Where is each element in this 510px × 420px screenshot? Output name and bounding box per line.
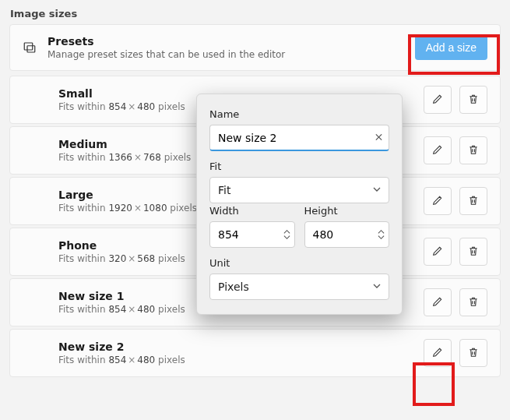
- preset-row: New size 2Fits within 854×480 pixels: [9, 329, 501, 377]
- edit-button[interactable]: [424, 86, 452, 114]
- width-label: Width: [209, 205, 295, 217]
- clear-name-icon[interactable]: [375, 132, 383, 144]
- fit-label: Fit: [209, 161, 389, 172]
- trash-icon: [467, 346, 480, 361]
- delete-button[interactable]: [459, 187, 487, 215]
- height-stepper[interactable]: [378, 230, 385, 240]
- name-label: Name: [209, 108, 389, 120]
- unit-label: Unit: [209, 257, 389, 269]
- pencil-icon: [431, 245, 444, 259]
- unit-value: Pixels: [218, 281, 249, 293]
- edit-button[interactable]: [424, 339, 452, 367]
- trash-icon: [467, 295, 480, 310]
- presets-icon: [23, 41, 37, 55]
- height-label: Height: [304, 205, 390, 217]
- svg-rect-1: [27, 46, 35, 52]
- trash-icon: [467, 245, 480, 259]
- trash-icon: [467, 194, 480, 209]
- trash-icon: [467, 93, 480, 108]
- delete-button[interactable]: [459, 288, 487, 316]
- presets-subtitle: Manage preset sizes that can be used in …: [47, 49, 404, 60]
- name-input[interactable]: [209, 125, 389, 151]
- pencil-icon: [431, 194, 444, 209]
- fit-value: Fit: [218, 184, 230, 196]
- delete-button[interactable]: [459, 339, 487, 367]
- preset-subtitle: Fits within 854×480 pixels: [58, 355, 416, 365]
- height-input[interactable]: [304, 221, 390, 248]
- svg-rect-0: [24, 43, 33, 50]
- presets-header: Presets Manage preset sizes that can be …: [9, 24, 501, 71]
- preset-name: New size 2: [58, 341, 416, 353]
- section-title: Image sizes: [10, 8, 501, 19]
- fit-select[interactable]: Fit: [209, 177, 389, 203]
- width-stepper[interactable]: [283, 230, 290, 240]
- pencil-icon: [431, 143, 444, 158]
- presets-title: Presets: [47, 35, 404, 48]
- delete-button[interactable]: [459, 238, 487, 266]
- pencil-icon: [431, 93, 444, 108]
- edit-button[interactable]: [424, 187, 452, 215]
- width-input[interactable]: [209, 221, 295, 248]
- unit-select[interactable]: Pixels: [209, 274, 389, 300]
- delete-button[interactable]: [459, 136, 487, 164]
- edit-size-popup: Name Fit Fit Width Height: [196, 94, 403, 315]
- edit-button[interactable]: [424, 238, 452, 266]
- edit-button[interactable]: [424, 288, 452, 316]
- add-size-button[interactable]: Add a size: [415, 35, 487, 60]
- trash-icon: [467, 143, 480, 158]
- pencil-icon: [431, 295, 444, 310]
- edit-button[interactable]: [424, 136, 452, 164]
- delete-button[interactable]: [459, 86, 487, 114]
- pencil-icon: [431, 346, 444, 361]
